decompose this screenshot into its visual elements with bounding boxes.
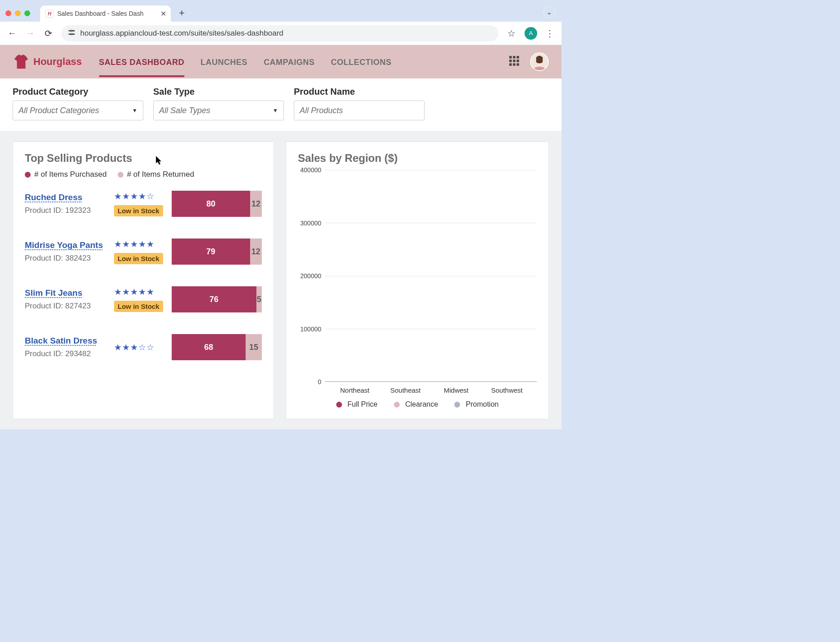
filter-label: Product Category [13,87,143,97]
filter-label: Sale Type [153,87,284,97]
product-bars: 68 15 [172,334,262,360]
filter-product-name: Product Name All Products [294,87,425,120]
svg-rect-9 [509,60,511,62]
legend-label: # of Items Purchased [34,170,107,179]
apps-grid-icon[interactable] [508,55,520,69]
svg-rect-10 [513,60,515,62]
svg-rect-13 [513,63,515,65]
product-link[interactable]: Midrise Yoga Pants [25,240,103,250]
product-id: Product ID: 293482 [25,349,106,358]
top-selling-card: Top Selling Products # of Items Purchase… [13,142,274,419]
bookmark-icon[interactable]: ☆ [507,28,516,39]
star-rating: ★★★★★ [114,287,164,297]
svg-rect-12 [509,63,511,65]
purchased-bar: 76 [172,286,256,312]
address-bar[interactable]: hourglass.appiancloud-test.com/suite/sit… [61,25,498,41]
content-area: Top Selling Products # of Items Purchase… [0,132,562,429]
brand-logo[interactable]: Hourglass [13,53,82,70]
star-rating: ★★★★★ [114,239,164,249]
legend-label: Full Price [347,400,378,408]
low-stock-badge: Low in Stock [114,205,163,216]
profile-avatar[interactable]: A [525,27,537,40]
svg-point-5 [71,33,73,35]
legend-dot-icon [25,172,31,178]
y-tick-label: 0 [318,378,321,385]
select-placeholder: All Product Categories [18,106,99,115]
low-stock-badge: Low in Stock [114,253,163,264]
product-row: Midrise Yoga Pants Product ID: 382423 ★★… [25,238,262,265]
purchased-bar: 79 [172,238,250,265]
low-stock-badge: Low in Stock [114,301,163,312]
brand-name: Hourglass [33,56,82,68]
svg-rect-14 [516,63,519,65]
svg-rect-11 [516,60,519,62]
product-id: Product ID: 382423 [25,254,106,263]
product-row: Black Satin Dress Product ID: 293482 ★★★… [25,334,262,360]
svg-rect-6 [509,56,511,58]
legend-dot-icon [454,402,460,408]
nav-launches[interactable]: LAUNCHES [201,47,247,77]
top-selling-legend: # of Items Purchased # of Items Returned [25,170,262,179]
nav-campaigns[interactable]: CAMPAIGNS [264,47,315,77]
product-row: Slim Fit Jeans Product ID: 827423 ★★★★★ … [25,286,262,312]
chart-y-axis: 0100000200000300000400000 [298,170,325,382]
product-link[interactable]: Ruched Dress [25,193,82,202]
sales-region-chart: 0100000200000300000400000 [298,170,537,382]
svg-rect-8 [516,56,519,58]
x-tick-label: Midwest [437,386,475,394]
chart-legend: Full Price Clearance Promotion [298,400,537,408]
main-nav: SALES DASHBOARD LAUNCHES CAMPAIGNS COLLE… [99,47,392,77]
filter-sale-type: Sale Type All Sale Types ▼ [153,87,284,120]
tab-close-button[interactable]: ✕ [160,9,166,18]
svg-point-2 [71,30,73,32]
select-placeholder: All Sale Types [159,106,210,115]
nav-sales-dashboard[interactable]: SALES DASHBOARD [99,47,185,77]
legend-dot-icon [336,402,342,408]
legend-label: Promotion [466,400,499,408]
tabs-overflow-button[interactable]: ⌄ [543,5,556,19]
legend-label: # of Items Returned [127,170,194,179]
purchased-bar: 68 [172,334,246,360]
shirt-icon [13,53,30,70]
y-tick-label: 100000 [300,326,321,333]
window-minimize-button[interactable] [15,10,21,16]
product-category-select[interactable]: All Product Categories ▼ [13,101,143,120]
product-bars: 79 12 [172,238,262,265]
product-row: Ruched Dress Product ID: 192323 ★★★★☆ Lo… [25,191,262,217]
product-id: Product ID: 192323 [25,206,106,215]
x-tick-label: Northeast [336,386,374,394]
url-text: hourglass.appiancloud-test.com/suite/sit… [80,29,283,38]
product-link[interactable]: Black Satin Dress [25,336,97,346]
y-tick-label: 300000 [300,220,321,227]
window-close-button[interactable] [5,10,11,16]
filter-product-category: Product Category All Product Categories … [13,87,143,120]
browser-tab[interactable]: H Sales Dashboard - Sales Dash ✕ [40,5,171,22]
legend-purchased: # of Items Purchased [25,170,107,179]
chevron-down-icon: ▼ [132,107,137,114]
product-bars: 80 12 [172,191,262,217]
window-controls [5,10,30,16]
browser-menu-button[interactable]: ⋮ [545,28,554,39]
returned-bar: 12 [250,238,262,265]
card-title: Top Selling Products [25,152,262,165]
nav-collections[interactable]: COLLECTIONS [331,47,392,77]
sales-by-region-card: Sales by Region ($) 01000002000003000004… [286,142,549,419]
site-settings-icon[interactable] [68,28,76,38]
window-maximize-button[interactable] [24,10,30,16]
sale-type-select[interactable]: All Sale Types ▼ [153,101,284,120]
input-placeholder: All Products [300,106,343,115]
back-button[interactable]: ← [7,28,17,38]
star-rating: ★★★★☆ [114,191,164,202]
product-bars: 76 5 [172,286,262,312]
reload-button[interactable]: ⟳ [43,28,53,39]
new-tab-button[interactable]: + [179,7,185,19]
product-name-input[interactable]: All Products [294,101,425,120]
legend-promotion: Promotion [454,400,498,408]
chart-x-axis: NortheastSoutheastMidwestSouthwest [298,382,537,394]
app-header: Hourglass SALES DASHBOARD LAUNCHES CAMPA… [0,45,562,78]
forward-button[interactable]: → [25,28,35,38]
user-avatar[interactable] [530,52,549,71]
x-tick-label: Southwest [488,386,526,394]
legend-dot-icon [118,172,123,178]
product-link[interactable]: Slim Fit Jeans [25,288,82,298]
